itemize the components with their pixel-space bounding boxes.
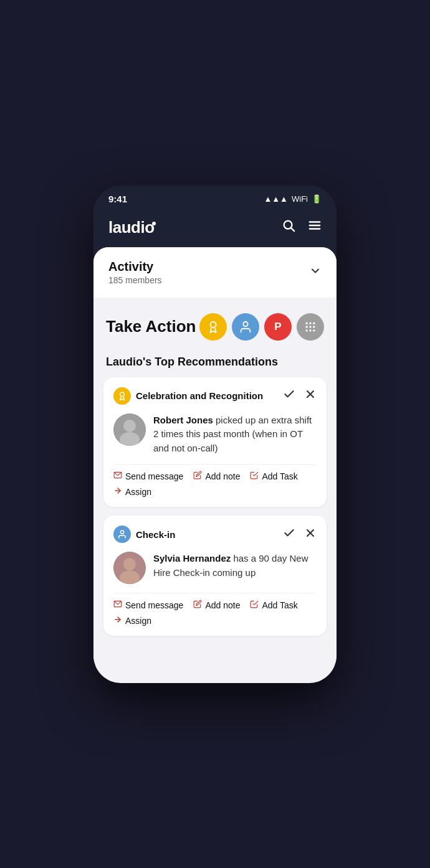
- logo: laudio: [108, 218, 155, 237]
- note-icon: [193, 471, 202, 481]
- svg-point-16: [120, 392, 125, 397]
- add-task-label-2: Add Task: [262, 600, 297, 610]
- search-icon[interactable]: [282, 219, 295, 236]
- card-1-assign-button[interactable]: Assign: [113, 486, 151, 497]
- card-2-person-text: Sylvia Hernandez has a 90 day New Hire C…: [153, 552, 317, 580]
- card-2-footer: Send message Add note: [113, 600, 317, 626]
- main-content: Take Action P: [93, 298, 337, 660]
- card-1-header: Celebration and Recognition: [113, 387, 317, 405]
- card-1-add-task-button[interactable]: Add Task: [250, 471, 297, 481]
- menu-icon[interactable]: [308, 219, 322, 236]
- send-message-label-2: Send message: [125, 600, 183, 610]
- recommendation-card-1: Celebration and Recognition: [103, 377, 327, 507]
- take-action-row: Take Action P: [103, 313, 327, 341]
- award-action-icon[interactable]: [199, 313, 227, 341]
- svg-point-24: [120, 531, 123, 534]
- status-icons: ▲▲▲ WiFi 🔋: [264, 194, 322, 204]
- phone-shell: 9:41 ▲▲▲ WiFi 🔋 laudio: [93, 186, 337, 683]
- card-2-type-label: Check-in: [136, 529, 175, 540]
- svg-point-9: [313, 322, 315, 324]
- content-area: Activity 185 members Take Action: [93, 247, 337, 683]
- add-note-label: Add note: [205, 471, 240, 481]
- task-icon: [250, 471, 259, 481]
- card-2-check-button[interactable]: [283, 527, 295, 542]
- activity-subtitle: 185 members: [108, 275, 162, 285]
- card-1-type-label: Celebration and Recognition: [136, 390, 263, 401]
- note-icon-2: [193, 600, 202, 610]
- svg-point-10: [306, 326, 308, 328]
- card-1-footer: Send message Add note: [113, 471, 317, 497]
- card-2-send-message-button[interactable]: Send message: [113, 600, 183, 610]
- recommendations-title: Laudio's Top Recommendations: [103, 356, 327, 369]
- chevron-down-icon[interactable]: [309, 265, 322, 280]
- card-2-dismiss-button[interactable]: [304, 527, 317, 542]
- action-icons-row: P: [199, 313, 324, 341]
- activity-title: Activity: [108, 260, 162, 274]
- p-action-icon[interactable]: P: [264, 313, 292, 341]
- svg-point-20: [123, 420, 136, 432]
- card-1-person-row: Robert Jones picked up an extra shift 2 …: [113, 413, 317, 456]
- card-1-dismiss-button[interactable]: [304, 388, 317, 403]
- svg-point-6: [243, 321, 247, 326]
- card-2-add-note-button[interactable]: Add note: [193, 600, 240, 610]
- wifi-icon: WiFi: [292, 194, 308, 204]
- recommendation-card-2: Check-in: [103, 516, 327, 636]
- card-1-person-name: Robert Jones: [153, 415, 213, 425]
- nav-bar: laudio: [93, 213, 337, 247]
- robert-avatar: [113, 413, 146, 446]
- sylvia-avatar: [113, 552, 146, 584]
- card-2-type-icon: [113, 526, 131, 543]
- svg-point-12: [313, 326, 315, 328]
- activity-info: Activity 185 members: [108, 260, 162, 285]
- card-1-type: Celebration and Recognition: [113, 387, 263, 405]
- card-2-type: Check-in: [113, 526, 175, 543]
- assign-arrow-icon: [113, 486, 122, 497]
- card-2-add-task-button[interactable]: Add Task: [250, 600, 297, 610]
- take-action-title: Take Action: [106, 317, 196, 336]
- svg-point-15: [313, 329, 315, 331]
- add-note-label-2: Add note: [205, 600, 240, 610]
- envelope-icon-2: [113, 600, 122, 610]
- svg-point-7: [306, 322, 308, 324]
- activity-section[interactable]: Activity 185 members: [93, 247, 337, 298]
- svg-point-28: [123, 558, 136, 570]
- battery-icon: 🔋: [312, 194, 322, 204]
- logo-dot: [152, 222, 156, 225]
- card-2-divider: [113, 593, 317, 593]
- assign-label: Assign: [125, 487, 151, 497]
- status-bar: 9:41 ▲▲▲ WiFi 🔋: [93, 186, 337, 213]
- status-time: 9:41: [108, 194, 127, 204]
- svg-point-13: [306, 329, 308, 331]
- svg-point-11: [309, 326, 311, 328]
- signal-icon: ▲▲▲: [264, 194, 288, 204]
- card-1-send-message-button[interactable]: Send message: [113, 471, 183, 481]
- task-icon-2: [250, 600, 259, 610]
- more-action-icon[interactable]: [297, 313, 324, 341]
- svg-line-1: [291, 228, 294, 231]
- assign-label-2: Assign: [125, 616, 151, 626]
- card-1-person-text: Robert Jones picked up an extra shift 2 …: [153, 413, 317, 456]
- send-message-label: Send message: [125, 471, 183, 481]
- card-2-person-name: Sylvia Hernandez: [153, 553, 231, 564]
- assign-arrow-icon-2: [113, 615, 122, 626]
- svg-point-5: [210, 321, 216, 327]
- card-2-person-row: Sylvia Hernandez has a 90 day New Hire C…: [113, 552, 317, 584]
- nav-icons: [282, 219, 322, 236]
- card-1-actions: [283, 388, 317, 403]
- card-1-divider: [113, 464, 317, 465]
- svg-point-8: [309, 322, 311, 324]
- card-1-check-button[interactable]: [283, 388, 295, 403]
- card-1-add-note-button[interactable]: Add note: [193, 471, 240, 481]
- svg-point-14: [309, 329, 311, 331]
- add-task-label: Add Task: [262, 471, 297, 481]
- envelope-icon: [113, 471, 122, 481]
- card-1-type-icon: [113, 387, 131, 405]
- card-2-assign-button[interactable]: Assign: [113, 615, 151, 626]
- card-2-actions: [283, 527, 317, 542]
- checkin-action-icon[interactable]: [232, 313, 259, 341]
- card-2-header: Check-in: [113, 526, 317, 543]
